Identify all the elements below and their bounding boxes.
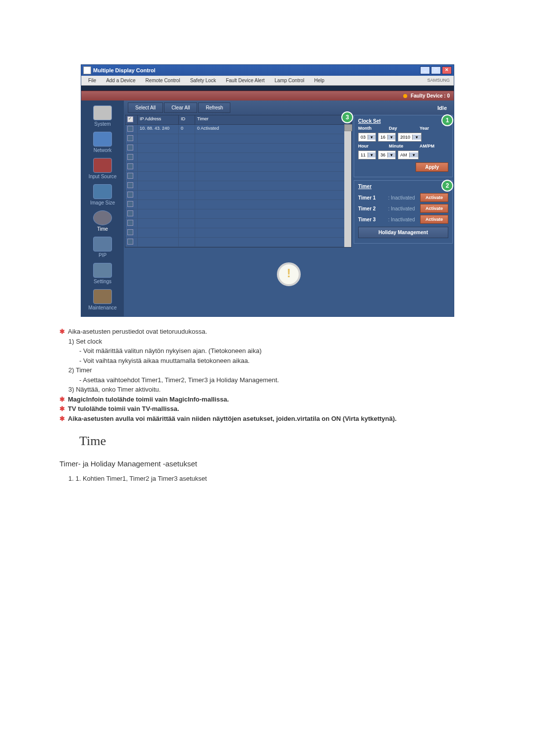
minimize-button[interactable]: _ xyxy=(420,66,430,74)
chevron-down-icon: ▾ xyxy=(368,135,375,140)
doc-line: 3) Näyttää, onko Timer aktivoitu. xyxy=(59,385,476,395)
sidebar-item-image-size[interactable]: Image Size xyxy=(81,182,124,208)
label-hour: Hour xyxy=(358,144,387,149)
row-checkbox[interactable] xyxy=(127,154,133,160)
sidebar-item-system[interactable]: System xyxy=(81,103,124,130)
sidebar-item-input-source[interactable]: Input Source xyxy=(81,156,124,182)
doc-line: - Voit vaihtaa nykyistä aikaa muuttamall… xyxy=(59,356,476,366)
pip-icon xyxy=(93,237,112,252)
row-checkbox[interactable] xyxy=(127,182,133,188)
settings-icon xyxy=(93,263,112,278)
sidebar-label: Input Source xyxy=(89,174,117,179)
ampm-select[interactable]: AM▾ xyxy=(398,151,419,159)
holiday-management-button[interactable]: Holiday Management xyxy=(358,227,448,238)
sidebar-item-time[interactable]: Time xyxy=(81,208,124,235)
chevron-down-icon: ▾ xyxy=(409,152,419,157)
device-table: 3 IP Address ID Timer 10. 88. 43. 240 0 … xyxy=(125,115,352,248)
row-checkbox[interactable] xyxy=(127,145,133,151)
menu-fault-alert[interactable]: Fault Device Alert xyxy=(221,77,269,84)
apply-button[interactable]: Apply xyxy=(416,162,448,172)
image-icon xyxy=(93,184,112,199)
window-title: Multiple Display Control xyxy=(93,67,156,73)
menu-file[interactable]: File xyxy=(83,77,101,84)
row-checkbox[interactable] xyxy=(127,229,133,235)
sidebar-item-settings[interactable]: Settings xyxy=(81,261,124,287)
timer3-activate-button[interactable]: Activate xyxy=(420,215,448,224)
sidebar-label: PIP xyxy=(99,252,107,258)
year-select[interactable]: 2010▾ xyxy=(398,133,422,142)
content-top: Select All Clear All Refresh Idle xyxy=(124,101,454,115)
close-button[interactable]: ✕ xyxy=(442,66,452,74)
row-checkbox[interactable] xyxy=(127,173,133,179)
refresh-button[interactable]: Refresh xyxy=(198,102,230,113)
row-checkbox[interactable] xyxy=(127,135,133,141)
minute-select[interactable]: 36▾ xyxy=(378,151,396,159)
cell-ip: 10. 88. 43. 240 xyxy=(138,125,179,134)
doc-line: 1. 1. Kohtien Timer1, Timer2 ja Timer3 a… xyxy=(59,474,476,484)
label-minute: Minute xyxy=(389,144,418,149)
clock-set-panel: 1 Clock Set Month Day Year 03▾ 16▾ 2010▾ xyxy=(354,115,453,177)
warning-icon: ! xyxy=(277,262,301,286)
maintenance-icon xyxy=(93,289,112,304)
vertical-scrollbar[interactable] xyxy=(344,124,351,247)
sidebar-item-pip[interactable]: PIP xyxy=(81,235,124,261)
row-checkbox[interactable] xyxy=(127,192,133,198)
clear-all-button[interactable]: Clear All xyxy=(164,102,197,113)
scroll-thumb[interactable] xyxy=(344,124,352,131)
hour-select[interactable]: 11▾ xyxy=(358,151,376,159)
menu-safety-lock[interactable]: Safety Lock xyxy=(185,77,221,84)
doc-line: MagicInfoin tulolähde toimii vain MagicI… xyxy=(68,396,229,403)
header-checkbox[interactable] xyxy=(127,116,133,122)
maximize-button[interactable]: □ xyxy=(431,66,441,74)
table-row[interactable]: 10. 88. 43. 240 0 0 Activated xyxy=(125,125,351,134)
menu-help[interactable]: Help xyxy=(309,77,329,84)
doc-line: Aika-asetusten perustiedot ovat tietoruu… xyxy=(68,328,207,335)
brand-label: SAMSUNG xyxy=(425,77,452,84)
row-checkbox[interactable] xyxy=(127,220,133,226)
star-icon: ✱ xyxy=(59,415,68,422)
doc-line: - Asettaa vaihtoehdot Timer1, Timer2, Ti… xyxy=(59,375,476,385)
menu-remote-control[interactable]: Remote Control xyxy=(141,77,185,84)
doc-line: 1) Set clock xyxy=(59,337,476,347)
doc-line: - Voit määrittää valitun näytön nykyisen… xyxy=(59,346,476,356)
sidebar-label: Maintenance xyxy=(88,305,116,310)
row-checkbox[interactable] xyxy=(127,201,133,207)
row-checkbox[interactable] xyxy=(127,210,133,216)
doc-line: Aika-asetusten avulla voi määrittää vain… xyxy=(68,415,397,422)
sidebar-label: Settings xyxy=(94,279,111,284)
callout-1: 1 xyxy=(441,114,453,126)
month-select[interactable]: 03▾ xyxy=(358,133,376,142)
menu-add-device[interactable]: Add a Device xyxy=(101,77,140,84)
label-ampm: AM/PM xyxy=(420,144,448,149)
menu-bar: File Add a Device Remote Control Safety … xyxy=(81,76,454,86)
table-row xyxy=(125,238,351,247)
day-select[interactable]: 16▾ xyxy=(378,133,396,142)
sidebar-item-network[interactable]: Network xyxy=(81,130,124,156)
menu-lamp-control[interactable]: Lamp Control xyxy=(269,77,309,84)
system-icon xyxy=(93,105,112,120)
callout-2: 2 xyxy=(441,180,453,192)
content-area: Select All Clear All Refresh Idle 3 IP A… xyxy=(124,101,454,316)
cell-id: 0 xyxy=(179,125,195,134)
clock-icon xyxy=(93,210,112,225)
table-row xyxy=(125,209,351,219)
main-area: System Network Input Source Image Size T… xyxy=(81,101,454,316)
select-all-button[interactable]: Select All xyxy=(128,102,163,113)
row-checkbox[interactable] xyxy=(127,126,133,132)
table-header: IP Address ID Timer xyxy=(125,115,351,125)
warning-dot-icon xyxy=(403,94,407,98)
table-row xyxy=(125,172,351,181)
row-checkbox[interactable] xyxy=(127,239,133,245)
right-panel: 1 Clock Set Month Day Year 03▾ 16▾ 2010▾ xyxy=(354,115,453,248)
sidebar-label: System xyxy=(94,121,110,127)
timer-row-3: Timer 3 : Inactivated Activate xyxy=(358,215,448,224)
cell-timer: 0 Activated xyxy=(195,125,351,134)
table-row xyxy=(125,219,351,228)
timer2-activate-button[interactable]: Activate xyxy=(420,204,448,213)
sidebar-item-maintenance[interactable]: Maintenance xyxy=(81,287,124,313)
row-checkbox[interactable] xyxy=(127,163,133,169)
chevron-down-icon: ▾ xyxy=(412,135,421,140)
sidebar-label: Network xyxy=(94,148,112,153)
timer1-activate-button[interactable]: Activate xyxy=(420,193,448,202)
timer1-label: Timer 1 xyxy=(358,195,383,201)
